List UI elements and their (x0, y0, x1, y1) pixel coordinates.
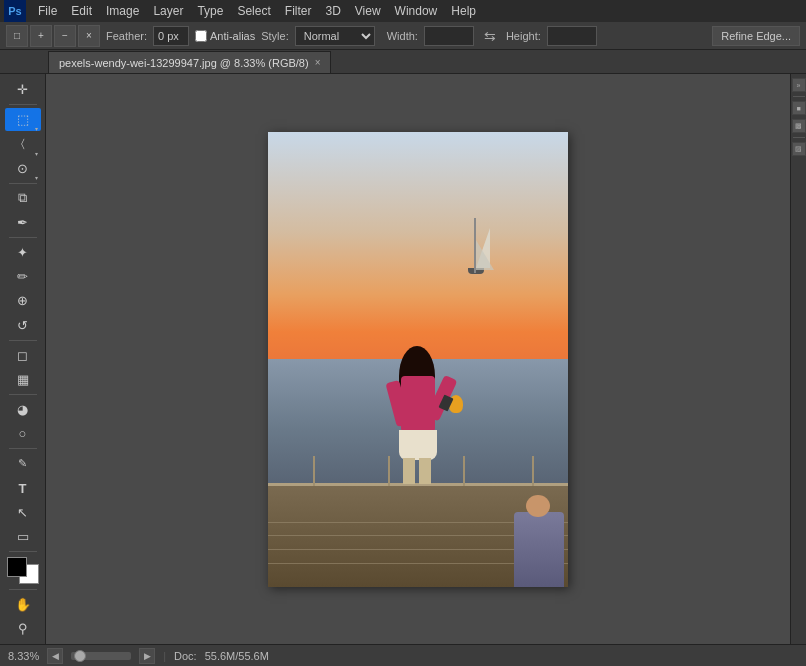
intersect-selection-btn[interactable]: × (78, 25, 100, 47)
path-selection-tool-btn[interactable]: ↖ (5, 501, 41, 524)
menu-bar: Ps File Edit Image Layer Type Select Fil… (0, 0, 806, 22)
menu-file[interactable]: File (32, 2, 63, 20)
height-input[interactable] (547, 26, 597, 46)
zoom-decrease-btn[interactable]: ◀ (47, 648, 63, 664)
pen-tool-btn[interactable]: ✎ (5, 452, 41, 475)
menu-filter[interactable]: Filter (279, 2, 318, 20)
menu-3d[interactable]: 3D (319, 2, 346, 20)
canvas-wrapper (268, 132, 568, 587)
seated-person-head (526, 495, 550, 517)
history-brush-tool-btn[interactable]: ↺ (5, 314, 41, 337)
person-body (391, 346, 445, 486)
canvas-area (46, 74, 790, 644)
sailboat (468, 268, 484, 274)
marquee-tool-btn[interactable]: ⬚ ▾ (5, 108, 41, 131)
gradient-tool-btn[interactable]: ▦ (5, 368, 41, 391)
toolbar-divider-4 (9, 340, 37, 341)
healing-tool-btn[interactable]: ✦ (5, 241, 41, 264)
zoom-icon: ⚲ (18, 621, 28, 636)
shape-icon: ▭ (17, 529, 29, 544)
fg-bg-colors[interactable] (7, 557, 39, 584)
doc-value: 55.6M/55.6M (205, 650, 269, 662)
clone-stamp-icon: ⊕ (17, 293, 28, 308)
refine-edge-btn[interactable]: Refine Edge... (712, 26, 800, 46)
toolbar-divider-6 (9, 448, 37, 449)
eyedropper-tool-btn[interactable]: ✒ (5, 211, 41, 234)
move-icon: ✛ (17, 82, 28, 97)
railing-post-3 (463, 456, 465, 486)
toolbar: ✛ ⬚ ▾ 〈 ▾ ⊙ ▾ ⧉ ✒ ✦ (0, 74, 46, 644)
new-selection-btn[interactable]: □ (6, 25, 28, 47)
lasso-icon: 〈 (21, 137, 25, 150)
add-selection-btn[interactable]: + (30, 25, 52, 47)
healing-icon: ✦ (17, 245, 28, 260)
width-label: Width: (387, 30, 418, 42)
blur-tool-btn[interactable]: ◕ (5, 398, 41, 421)
width-input[interactable] (424, 26, 474, 46)
sky-layer (268, 132, 568, 382)
subtract-selection-btn[interactable]: − (54, 25, 76, 47)
ps-logo: Ps (4, 0, 26, 22)
menu-edit[interactable]: Edit (65, 2, 98, 20)
menu-window[interactable]: Window (389, 2, 444, 20)
right-panel-sep-2 (793, 137, 805, 138)
zoom-level: 8.33% (8, 650, 39, 662)
panel-btn-2[interactable]: ▩ (792, 119, 806, 133)
main-area: ✛ ⬚ ▾ 〈 ▾ ⊙ ▾ ⧉ ✒ ✦ (0, 74, 806, 644)
brush-tool-btn[interactable]: ✏ (5, 265, 41, 288)
person-skirt (399, 430, 437, 460)
zoom-increase-btn[interactable]: ▶ (139, 648, 155, 664)
quick-select-tool-btn[interactable]: ⊙ ▾ (5, 157, 41, 180)
panel-collapse-btn[interactable]: » (792, 78, 806, 92)
marquee-icon: ⬚ (17, 112, 29, 127)
crop-icon: ⧉ (18, 190, 27, 206)
panel-btn-1[interactable]: ■ (792, 101, 806, 115)
shape-tool-btn[interactable]: ▭ (5, 525, 41, 548)
quick-select-icon: ⊙ (17, 161, 28, 176)
document-tab[interactable]: pexels-wendy-wei-13299947.jpg @ 8.33% (R… (48, 51, 331, 73)
menu-select[interactable]: Select (231, 2, 276, 20)
right-panel-sep-1 (793, 96, 805, 97)
hand-tool-btn[interactable]: ✋ (5, 592, 41, 615)
dodge-tool-btn[interactable]: ○ (5, 422, 41, 445)
menu-layer[interactable]: Layer (147, 2, 189, 20)
boat-sail-right (476, 240, 494, 270)
type-tool-btn[interactable]: T (5, 476, 41, 499)
marquee-tool-options: □ + − × (6, 25, 100, 47)
seated-person-area (508, 487, 568, 587)
seated-person-body (514, 512, 564, 587)
style-select[interactable]: Normal Fixed Ratio Fixed Size (295, 26, 375, 46)
foreground-color-box[interactable] (7, 557, 27, 577)
blur-icon: ◕ (17, 402, 28, 417)
move-tool-btn[interactable]: ✛ (5, 78, 41, 101)
main-person (391, 346, 445, 486)
railing-post-2 (388, 456, 390, 486)
hand-icon: ✋ (15, 597, 31, 612)
menu-type[interactable]: Type (191, 2, 229, 20)
menu-view[interactable]: View (349, 2, 387, 20)
zoom-slider-thumb[interactable] (74, 650, 86, 662)
doc-label: Doc: (174, 650, 197, 662)
path-selection-icon: ↖ (17, 505, 28, 520)
lasso-tool-btn[interactable]: 〈 ▾ (5, 132, 41, 155)
anti-alias-checkbox[interactable] (195, 30, 207, 42)
tab-bar: pexels-wendy-wei-13299947.jpg @ 8.33% (R… (0, 50, 806, 74)
zoom-tool-btn[interactable]: ⚲ (5, 617, 41, 640)
height-label: Height: (506, 30, 541, 42)
menu-image[interactable]: Image (100, 2, 145, 20)
toolbar-divider-3 (9, 237, 37, 238)
panel-btn-3[interactable]: ▨ (792, 142, 806, 156)
swap-wh-btn[interactable]: ⇆ (480, 26, 500, 46)
eraser-tool-btn[interactable]: ◻ (5, 344, 41, 367)
zoom-slider[interactable] (71, 652, 131, 660)
corner-arrow-icon: ▾ (35, 174, 39, 178)
toolbar-divider-5 (9, 394, 37, 395)
history-brush-icon: ↺ (17, 318, 28, 333)
tab-close-btn[interactable]: × (315, 57, 321, 68)
toolbar-divider-7 (9, 551, 37, 552)
menu-help[interactable]: Help (445, 2, 482, 20)
feather-input[interactable] (153, 26, 189, 46)
clone-stamp-tool-btn[interactable]: ⊕ (5, 289, 41, 312)
crop-tool-btn[interactable]: ⧉ (5, 187, 41, 210)
feather-label: Feather: (106, 30, 147, 42)
